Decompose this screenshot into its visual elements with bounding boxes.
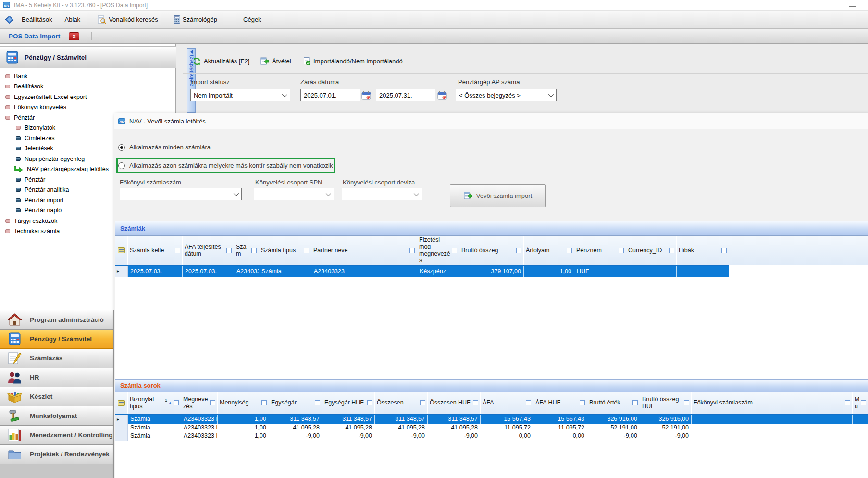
nav-item-invoice[interactable]: Számlázás xyxy=(0,349,113,368)
nav-item-chart[interactable]: Menedzsment / Kontrolling xyxy=(0,426,113,445)
lines-col-header[interactable]: ÁFA HUF xyxy=(533,392,587,414)
invoices-cell[interactable]: HUF xyxy=(574,266,626,277)
invoices-col-header[interactable]: Árfolyam xyxy=(524,236,574,265)
lines-col-header[interactable]: Bizonylat tipus1▲ xyxy=(128,392,181,414)
refresh-button[interactable]: Aktualizálás [F2] xyxy=(190,55,252,67)
invoices-cell[interactable]: 2025.07.03. xyxy=(128,266,183,277)
tree-item-1[interactable]: Bank xyxy=(0,71,176,82)
column-filter-box[interactable] xyxy=(304,248,309,253)
lines-row[interactable]: SzámlaA23403323 N1,00-9,00-9,00-9,00-9,0… xyxy=(115,432,868,441)
lines-cell[interactable]: Számla xyxy=(128,415,181,424)
column-filter-box[interactable] xyxy=(845,400,850,405)
invoices-col-header[interactable]: Számla típus xyxy=(259,236,311,265)
menu-item-5[interactable]: Cégek xyxy=(241,14,263,25)
lines-cell[interactable]: 311 348,57 xyxy=(322,415,375,424)
import-toggle-button[interactable]: Importálandó/Nem importálandó xyxy=(301,55,405,67)
lines-cell[interactable]: -9,00 xyxy=(587,432,640,441)
column-filter-box[interactable] xyxy=(580,400,585,405)
column-filter-box[interactable] xyxy=(516,248,521,253)
lines-cell[interactable]: A23403323 N xyxy=(181,432,218,441)
lines-cell[interactable]: 311 348,57 xyxy=(375,415,428,424)
lines-col-header[interactable]: Főkönyvi számlaszám xyxy=(692,392,853,414)
closing-date-from-input[interactable]: 2025.07.01. xyxy=(300,89,360,101)
column-filter-box[interactable] xyxy=(367,400,372,405)
lines-col-header[interactable]: Mennyiség xyxy=(218,392,269,414)
lines-col-header[interactable]: Bruttó érték xyxy=(587,392,640,414)
nav-item-calculator[interactable]: Pénzügy / Számvitel xyxy=(0,330,113,349)
calendar-from-button[interactable]: 12 xyxy=(361,89,372,101)
invoices-col-header[interactable]: ÁFA teljesítés dátum xyxy=(183,236,234,265)
ledger-account-select[interactable] xyxy=(120,188,242,200)
column-filter-box[interactable] xyxy=(261,400,267,405)
lines-cell[interactable]: -9,00 xyxy=(375,432,428,441)
lines-cell[interactable]: A23403323 N xyxy=(181,415,218,424)
tree-item-4[interactable]: Főkönyvi könyvelés xyxy=(0,102,176,113)
column-filter-box[interactable] xyxy=(619,248,624,253)
column-filter-box[interactable] xyxy=(210,400,215,405)
lines-row[interactable]: SzámlaA23403323 N1,0041 095,2841 095,284… xyxy=(115,424,868,432)
lines-cell[interactable] xyxy=(692,415,853,424)
menu-item-2[interactable]: Ablak xyxy=(63,14,83,25)
lines-cell[interactable]: A23403323 N xyxy=(181,424,218,432)
lines-cell[interactable]: 311 348,57 xyxy=(269,415,322,424)
tree-item-3[interactable]: Egyszerűsített Excel export xyxy=(0,92,176,102)
import-status-select[interactable]: Nem importált xyxy=(190,89,290,101)
invoices-col-header[interactable]: Fizetési mód megnevezés xyxy=(417,236,459,265)
invoices-col-header[interactable]: Számla kelte xyxy=(128,236,183,265)
tab-close-icon[interactable]: x xyxy=(69,32,79,40)
nav-item-folder[interactable]: Projektek / Rendezvények xyxy=(0,445,113,464)
customer-invoice-import-button[interactable]: Vevői számla import xyxy=(450,184,546,207)
column-filter-box[interactable] xyxy=(452,248,457,253)
invoices-cell[interactable]: 1,00 xyxy=(524,266,574,277)
lines-cell[interactable]: -9,00 xyxy=(640,432,692,441)
tab-pos-data-import[interactable]: POS Data Import xyxy=(9,33,60,40)
lines-cell[interactable]: 0,00 xyxy=(481,432,533,441)
lines-cell[interactable]: 1,00 xyxy=(218,432,269,441)
lines-cell[interactable]: 311 348,57 xyxy=(428,415,481,424)
lines-cell[interactable]: -9,00 xyxy=(428,432,481,441)
column-filter-box[interactable] xyxy=(567,248,572,253)
menu-item-3[interactable]: Vonalkód keresés xyxy=(96,14,160,25)
ap-number-select[interactable]: < Összes bejegyzés > xyxy=(456,89,557,101)
column-filter-box[interactable] xyxy=(409,248,415,253)
lines-col-header[interactable]: Mu xyxy=(853,392,868,414)
radio-apply-other[interactable]: Alkalmazás azon számlákra melyekre más k… xyxy=(118,161,333,170)
column-filter-box[interactable] xyxy=(226,248,232,253)
invoices-cell[interactable]: A2340332 xyxy=(234,266,259,277)
invoices-cell[interactable]: A23403323 xyxy=(311,266,417,277)
column-filter-box[interactable] xyxy=(526,400,531,405)
lines-cell[interactable]: 15 567,43 xyxy=(533,415,587,424)
dialog-title-bar[interactable]: mc NAV - Vevői számla letöltés xyxy=(114,113,868,129)
lines-cell[interactable]: 41 095,28 xyxy=(322,424,375,432)
lines-cell[interactable]: 1,00 xyxy=(218,415,269,424)
column-filter-box[interactable] xyxy=(473,400,478,405)
lines-col-header[interactable]: Bruttó összeg HUF xyxy=(640,392,692,414)
receive-button[interactable]: Átvétel xyxy=(258,55,294,67)
menu-item-1[interactable]: Beállítások xyxy=(20,14,54,25)
lines-cell[interactable]: 41 095,28 xyxy=(375,424,428,432)
closing-date-to-input[interactable]: 2025.07.31. xyxy=(376,89,435,101)
radio-apply-all[interactable]: Alkalmazás minden számlára xyxy=(118,143,211,151)
lines-cell[interactable]: 11 095,72 xyxy=(481,424,533,432)
invoices-col-header[interactable]: Szám xyxy=(234,236,259,265)
tree-item-2[interactable]: Beállítások xyxy=(0,82,176,92)
lines-cell[interactable]: 11 095,72 xyxy=(533,424,587,432)
lines-cell[interactable] xyxy=(853,415,868,424)
lines-row[interactable]: ▸SzámlaA23403323 N1,00311 348,57311 348,… xyxy=(115,415,868,424)
invoices-cell[interactable] xyxy=(626,266,677,277)
column-filter-box[interactable] xyxy=(175,248,180,253)
lines-col-header[interactable]: Összesen HUF xyxy=(428,392,481,414)
nav-item-people[interactable]: HR xyxy=(0,368,113,387)
lines-col-header[interactable]: Egységár xyxy=(269,392,322,414)
lines-cell[interactable]: 0,00 xyxy=(533,432,587,441)
menu-item-4[interactable]: Számológép xyxy=(172,14,219,25)
lines-cell[interactable]: Számla xyxy=(128,424,181,432)
calendar-to-button[interactable]: 12 xyxy=(437,89,447,101)
lines-col-header[interactable]: Összesen xyxy=(375,392,428,414)
lines-col-header[interactable]: Egységár HUF xyxy=(322,392,375,414)
lines-cell[interactable]: 41 095,28 xyxy=(269,424,322,432)
invoices-col-header[interactable]: Hibák xyxy=(677,236,729,265)
invoices-row[interactable]: ▸2025.07.03.2025.07.03.A2340332SzámlaA23… xyxy=(115,266,729,277)
lines-cell[interactable] xyxy=(853,432,868,441)
minimize-button[interactable] xyxy=(849,6,856,7)
